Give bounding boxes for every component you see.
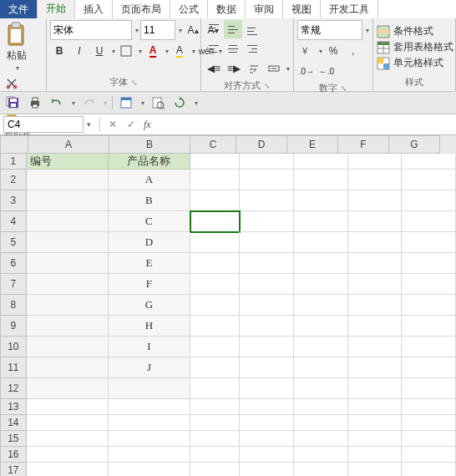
row-header[interactable]: 1 xyxy=(0,154,27,170)
percent-button[interactable]: % xyxy=(324,42,342,60)
cell[interactable] xyxy=(294,337,348,357)
cell[interactable] xyxy=(27,431,109,447)
cell[interactable] xyxy=(109,431,190,447)
increase-font-button[interactable]: A▴ xyxy=(184,21,202,39)
cell[interactable] xyxy=(27,463,109,476)
row-header[interactable]: 14 xyxy=(0,415,27,431)
cell[interactable] xyxy=(190,399,240,415)
cell[interactable] xyxy=(190,447,240,463)
column-header[interactable]: F xyxy=(338,135,389,154)
cell[interactable] xyxy=(294,190,348,211)
cell[interactable] xyxy=(402,399,456,415)
italic-button[interactable]: I xyxy=(70,42,89,60)
tab-dev[interactable]: 开发工具 xyxy=(321,0,378,18)
cell[interactable] xyxy=(240,232,294,253)
row-header[interactable]: 10 xyxy=(0,337,27,357)
tab-file[interactable]: 文件 xyxy=(0,0,38,18)
cell[interactable] xyxy=(240,274,294,295)
cell[interactable] xyxy=(190,378,240,399)
cell[interactable] xyxy=(240,154,294,170)
cell[interactable] xyxy=(402,431,456,447)
cell[interactable] xyxy=(27,316,109,337)
qat-button-2[interactable] xyxy=(149,94,166,111)
chevron-down-icon[interactable]: ▾ xyxy=(112,48,115,55)
chevron-down-icon[interactable]: ▾ xyxy=(192,48,195,55)
row-header[interactable]: 13 xyxy=(0,399,27,415)
cut-button[interactable] xyxy=(3,75,20,92)
cell[interactable] xyxy=(240,447,294,463)
cell[interactable] xyxy=(27,399,109,415)
undo-button[interactable] xyxy=(48,94,65,111)
fx-label[interactable]: fx xyxy=(140,119,155,131)
align-bottom-button[interactable] xyxy=(243,20,261,38)
cell[interactable] xyxy=(240,399,294,415)
cell[interactable] xyxy=(348,316,403,337)
cell[interactable] xyxy=(402,447,456,463)
formula-input[interactable] xyxy=(155,117,456,132)
cell[interactable] xyxy=(240,378,294,399)
chevron-down-icon[interactable]: ▾ xyxy=(286,65,290,73)
row-header[interactable]: 7 xyxy=(0,274,27,295)
cell[interactable] xyxy=(240,431,294,447)
cell[interactable] xyxy=(294,357,348,378)
cell[interactable]: H xyxy=(109,316,190,337)
row-header[interactable]: 9 xyxy=(0,316,27,337)
merge-button[interactable] xyxy=(265,59,283,78)
cell[interactable] xyxy=(294,154,348,170)
cell[interactable] xyxy=(294,447,348,463)
chevron-down-icon[interactable]: ▾ xyxy=(165,48,169,55)
cell[interactable] xyxy=(348,154,403,170)
chevron-down-icon[interactable]: ▾ xyxy=(179,27,182,34)
row-header[interactable]: 4 xyxy=(0,211,27,232)
number-format-select[interactable] xyxy=(297,20,362,40)
cell[interactable] xyxy=(402,415,456,431)
cell[interactable]: D xyxy=(109,232,190,253)
cell[interactable] xyxy=(190,431,240,447)
cell[interactable] xyxy=(402,170,456,190)
cell[interactable] xyxy=(27,232,109,253)
cell[interactable] xyxy=(294,316,348,337)
align-top-button[interactable] xyxy=(205,20,223,38)
column-header[interactable]: A xyxy=(28,135,109,154)
tab-formula[interactable]: 公式 xyxy=(170,0,208,18)
chevron-down-icon[interactable]: ▾ xyxy=(135,27,139,34)
cell[interactable] xyxy=(109,463,190,476)
cell[interactable] xyxy=(27,378,109,399)
align-left-button[interactable] xyxy=(205,39,223,58)
tab-view[interactable]: 视图 xyxy=(283,0,321,18)
align-center-button[interactable] xyxy=(224,39,242,58)
dialog-launcher-icon[interactable]: ⤡ xyxy=(264,82,271,90)
cell[interactable] xyxy=(109,447,190,463)
cell[interactable] xyxy=(348,295,403,316)
cell[interactable] xyxy=(402,316,456,337)
row-header[interactable]: 8 xyxy=(0,295,27,316)
cell[interactable] xyxy=(294,415,348,431)
cell-styles-button[interactable]: 单元格样式 xyxy=(377,56,453,70)
cell[interactable] xyxy=(348,337,403,357)
name-box[interactable] xyxy=(3,116,84,133)
column-header[interactable]: B xyxy=(109,135,190,154)
cell[interactable] xyxy=(190,295,240,316)
cell[interactable] xyxy=(348,274,403,295)
increase-decimal-button[interactable]: .0→ xyxy=(297,62,316,80)
cell[interactable] xyxy=(240,357,294,378)
cell[interactable] xyxy=(240,316,294,337)
increase-indent-button[interactable]: ≡▶ xyxy=(225,59,243,78)
column-header[interactable]: G xyxy=(389,135,440,154)
cell[interactable] xyxy=(240,295,294,316)
tab-layout[interactable]: 页面布局 xyxy=(113,0,170,18)
chevron-down-icon[interactable]: ▾ xyxy=(319,48,322,55)
cell[interactable] xyxy=(27,295,109,316)
cell[interactable] xyxy=(27,253,109,274)
cell[interactable] xyxy=(190,190,240,211)
cell[interactable]: I xyxy=(109,337,190,357)
cell[interactable] xyxy=(348,399,403,415)
border-button[interactable] xyxy=(117,42,135,60)
tab-review[interactable]: 审阅 xyxy=(246,0,283,18)
align-right-button[interactable] xyxy=(243,39,261,58)
row-header[interactable]: 15 xyxy=(0,431,27,447)
cell[interactable] xyxy=(294,253,348,274)
cell[interactable]: A xyxy=(109,170,190,190)
cell[interactable] xyxy=(348,232,403,253)
cell[interactable] xyxy=(294,274,348,295)
